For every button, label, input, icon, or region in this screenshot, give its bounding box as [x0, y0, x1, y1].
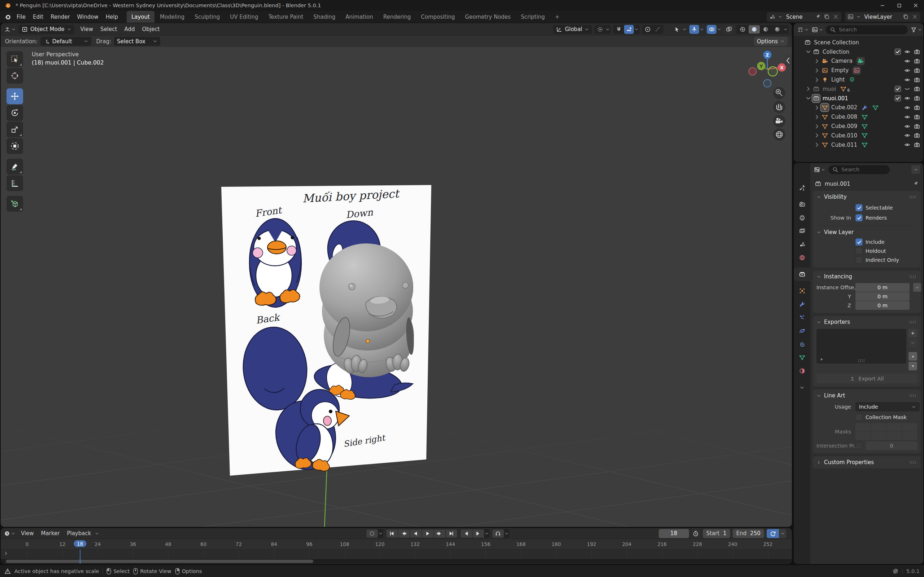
timeline-editor-type-button[interactable]	[3, 530, 16, 537]
holdout-checkbox[interactable]	[855, 247, 863, 255]
mask-bit[interactable]	[902, 432, 917, 440]
indirect-only-checkbox[interactable]	[855, 256, 863, 264]
instancing-panel-header[interactable]: Instancing	[813, 271, 921, 282]
workspace-tab-shading[interactable]: Shading	[309, 11, 340, 23]
exclude-checkbox[interactable]	[895, 49, 901, 55]
tool-scale[interactable]	[6, 121, 23, 137]
outliner-row-cube-010[interactable]: Cube.010	[794, 131, 923, 140]
timeline-scrollbar[interactable]	[1, 559, 792, 564]
gizmo-neg-x[interactable]	[749, 68, 756, 76]
xray-toggle[interactable]	[724, 25, 734, 34]
show-overlays-dropdown[interactable]	[707, 25, 722, 34]
expand-icon[interactable]	[813, 114, 821, 121]
expand-icon[interactable]	[813, 123, 821, 130]
sidebar-collapse-tab[interactable]	[785, 55, 792, 66]
exporters-list[interactable]	[816, 329, 906, 364]
prev-keyframe-button[interactable]	[398, 529, 410, 538]
disable-in-renders-toggle[interactable]	[914, 95, 921, 102]
tool-select-box[interactable]	[6, 51, 23, 67]
outliner-row-cube-011[interactable]: Cube.011	[794, 140, 923, 150]
workspace-tab-modeling[interactable]: Modeling	[155, 11, 189, 23]
disable-in-renders-toggle[interactable]	[914, 114, 921, 121]
outliner-row-cube-002[interactable]: Cube.002	[794, 103, 923, 113]
mask-bit[interactable]	[902, 423, 917, 431]
workspace-tab-layout[interactable]: Layout	[127, 11, 155, 23]
transform-orientation-dropdown[interactable]: Global	[553, 25, 592, 34]
tool-transform[interactable]	[6, 138, 23, 154]
sync-playback-button[interactable]	[767, 529, 779, 538]
outliner-row-muoi-001[interactable]: muoi.001	[794, 94, 923, 103]
tab-constraints[interactable]	[794, 338, 810, 351]
expand-icon[interactable]	[804, 85, 812, 92]
tab-particles[interactable]	[794, 311, 810, 324]
play-reverse-button[interactable]	[410, 529, 422, 538]
hide-in-viewport-toggle[interactable]	[904, 48, 911, 55]
mode-dropdown[interactable]: Object Mode	[18, 25, 74, 34]
blender-menu-icon[interactable]	[3, 13, 11, 21]
hide-in-viewport-toggle[interactable]	[904, 67, 911, 74]
exclude-checkbox[interactable]	[895, 86, 901, 92]
view-layer-subpanel-header[interactable]: View Layer	[816, 226, 917, 236]
collapse-icon[interactable]	[804, 48, 812, 55]
viewport-menu-select[interactable]: Select	[97, 24, 121, 34]
mask-bit[interactable]	[871, 423, 886, 431]
expand-icon[interactable]	[813, 141, 821, 148]
viewport-canvas[interactable]: Muối boy project Front Down Back Side ri…	[1, 47, 792, 527]
expand-icon[interactable]	[813, 104, 821, 111]
viewport-menu-add[interactable]: Add	[121, 24, 138, 34]
tab-view-layer[interactable]	[794, 224, 810, 238]
proportional-editing-group[interactable]	[642, 25, 663, 34]
hide-in-viewport-toggle[interactable]	[904, 123, 911, 130]
preview-range-group[interactable]	[492, 529, 509, 538]
workspace-tab-uv-editing[interactable]: UV Editing	[225, 11, 263, 23]
instance-offset-expand[interactable]	[913, 283, 921, 292]
outliner-editor-type-button[interactable]	[797, 26, 809, 33]
move-exporter-down-button[interactable]	[908, 362, 917, 371]
disable-in-renders-toggle[interactable]	[914, 67, 921, 74]
viewport-scene[interactable]: Muối boy project Front Down Back Side ri…	[1, 47, 792, 527]
intersection-priority-checkbox[interactable]	[855, 442, 863, 449]
new-layer-icon[interactable]	[902, 13, 909, 20]
outliner-row-light[interactable]: Light	[794, 75, 923, 84]
orientation-dropdown[interactable]: Default	[40, 37, 91, 46]
show-in-renders-checkbox[interactable]	[855, 214, 863, 221]
auto-keying-group[interactable]	[366, 529, 383, 538]
hide-in-viewport-toggle[interactable]	[904, 132, 911, 139]
mask-bit[interactable]	[887, 423, 901, 431]
next-keyframe-button[interactable]	[434, 529, 446, 538]
tool-add-cube[interactable]	[6, 196, 23, 212]
mask-bit[interactable]	[887, 432, 901, 440]
remove-exporter-button[interactable]	[908, 338, 917, 347]
penguin-3d-model[interactable]	[320, 243, 415, 377]
hide-in-viewport-toggle[interactable]	[904, 104, 911, 111]
playhead-line[interactable]	[80, 550, 81, 559]
disable-in-renders-toggle[interactable]	[914, 123, 921, 130]
hide-in-viewport-toggle[interactable]	[904, 141, 911, 148]
properties-options-chevron[interactable]	[911, 165, 920, 174]
workspace-tab-scripting[interactable]: Scripting	[516, 11, 550, 23]
jump-to-end-button[interactable]	[446, 529, 457, 538]
hide-in-viewport-toggle[interactable]	[904, 76, 911, 83]
expand-icon[interactable]	[813, 132, 821, 139]
tool-move[interactable]	[6, 89, 23, 104]
properties-search-input[interactable]	[842, 167, 886, 172]
timeline-menu-marker[interactable]: Marker	[37, 529, 63, 538]
tool-annotate[interactable]	[6, 159, 23, 174]
menu-window[interactable]: Window	[74, 12, 102, 22]
tab-render[interactable]	[794, 198, 810, 211]
tool-rotate[interactable]	[6, 105, 23, 121]
show-gizmo-dropdown[interactable]	[690, 25, 704, 34]
exclude-checkbox[interactable]	[895, 95, 901, 102]
export-all-button[interactable]: Export All	[816, 374, 917, 384]
hidden-in-viewport-toggle[interactable]	[904, 85, 911, 92]
tab-physics[interactable]	[794, 324, 810, 338]
menu-help[interactable]: Help	[102, 12, 122, 22]
disable-in-renders-toggle[interactable]	[914, 58, 921, 64]
channels-expand-arrow[interactable]	[3, 551, 9, 556]
view-layer-selector[interactable]: ViewLayer	[845, 12, 921, 22]
tab-object-data[interactable]	[794, 351, 810, 364]
shading-wireframe[interactable]	[737, 25, 748, 34]
tab-material[interactable]	[794, 364, 810, 377]
expand-icon[interactable]	[813, 76, 821, 83]
minimize-button[interactable]	[874, 0, 891, 11]
